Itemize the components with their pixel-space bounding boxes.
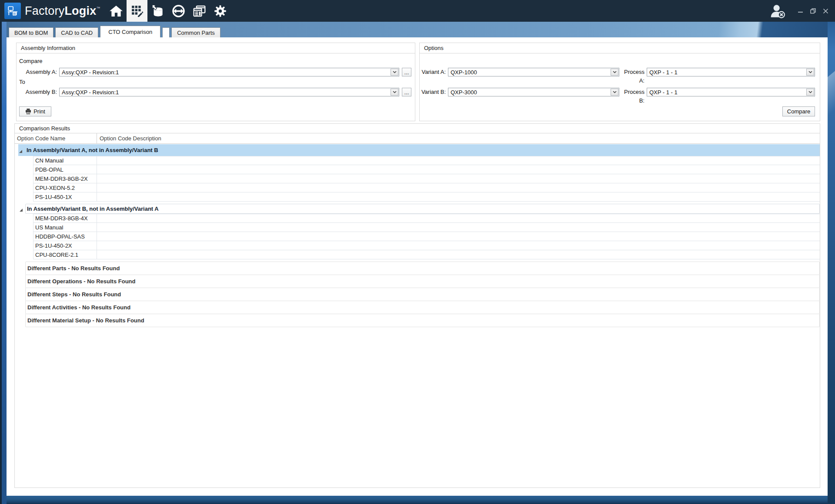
chevron-down-icon[interactable] [806, 89, 814, 96]
section-different-steps[interactable]: Different Steps - No Results Found [25, 288, 820, 301]
option-description-cell[interactable] [97, 214, 820, 223]
collapse-triangle-icon[interactable] [19, 207, 23, 213]
app-logo-icon[interactable] [4, 3, 21, 19]
table-row: PDB-OPAL [33, 165, 820, 174]
option-description-cell[interactable] [97, 165, 820, 174]
compare-label: Compare [19, 57, 42, 66]
restore-button[interactable] [809, 7, 816, 14]
section-different-operations[interactable]: Different Operations - No Results Found [25, 275, 820, 288]
collapse-triangle-icon[interactable] [19, 148, 23, 155]
table-row: PS-1U-450-1X [33, 192, 820, 202]
process-b-value: QXP - 1 - 1 [647, 88, 806, 96]
home-icon[interactable] [106, 0, 127, 22]
column-header-option-code-description[interactable]: Option Code Description [97, 133, 820, 143]
group-label: In Assembly/Variant A, not in Assembly/V… [27, 147, 158, 153]
column-header-option-code-name[interactable]: Option Code Name [15, 133, 97, 143]
table-row: MEM-DDR3-8GB-4X [33, 214, 820, 223]
option-code-cell[interactable]: CPU-XEON-5.2 [33, 183, 97, 192]
group-row-variant-a-not-b[interactable]: In Assembly/Variant A, not in Assembly/V… [18, 144, 820, 156]
tab-cad-to-cad[interactable]: CAD to CAD [55, 27, 98, 37]
tab-bar: BOM to BOM CAD to CAD CTO Comparison Com… [0, 22, 835, 37]
variant-a-combobox[interactable]: QXP-1000 [448, 68, 619, 76]
assembly-b-label: Assembly B: [17, 88, 57, 96]
variant-b-value: QXP-3000 [448, 88, 610, 96]
panel-title: Comparison Results [15, 124, 820, 133]
variant-a-label: Variant A: [420, 68, 446, 76]
chevron-down-icon[interactable] [806, 69, 814, 76]
panel-title: Assembly Information [17, 43, 415, 53]
option-code-cell[interactable]: PDB-OPAL [33, 165, 97, 174]
assembly-a-browse-button[interactable]: ... [402, 68, 411, 76]
settings-gear-icon[interactable] [210, 0, 231, 22]
sync-transfer-icon[interactable] [168, 0, 189, 22]
app-window: FactoryLogix™ [0, 0, 835, 504]
option-description-cell[interactable] [97, 174, 820, 183]
tab-label: CTO Comparison [108, 29, 152, 35]
compare-button[interactable]: Compare [782, 106, 815, 116]
assembly-information-panel: Assembly Information Compare Assembly A:… [16, 43, 415, 121]
tab-bom-to-bom[interactable]: BOM to BOM [9, 27, 53, 37]
option-code-cell[interactable]: US Manual [33, 223, 97, 232]
option-description-cell[interactable] [97, 250, 820, 259]
option-code-cell[interactable]: PS-1U-450-1X [33, 192, 97, 202]
user-offline-icon[interactable] [770, 4, 785, 18]
assembly-b-value: Assy:QXP - Revision:1 [60, 88, 390, 96]
comparison-results-panel: Comparison Results Option Code Name Opti… [14, 123, 820, 488]
section-different-activities[interactable]: Different Activities - No Results Found [25, 301, 820, 314]
print-label: Print [33, 108, 45, 115]
table-row: MEM-DDR3-8GB-2X [33, 174, 820, 183]
option-description-cell[interactable] [97, 156, 820, 165]
tab-blank[interactable] [162, 27, 170, 37]
assembly-b-combobox[interactable]: Assy:QXP - Revision:1 [59, 88, 399, 96]
brand-trademark: ™ [96, 6, 100, 10]
option-code-cell[interactable]: CN Manual [33, 156, 97, 165]
option-description-cell[interactable] [97, 241, 820, 250]
window-frame-left [0, 22, 7, 504]
engineering-grid-icon[interactable] [127, 0, 147, 22]
group-row-variant-b-not-a[interactable]: In Assembly/Variant B, not in Assembly/V… [25, 204, 820, 214]
group-label: In Assembly/Variant B, not in Assembly/V… [27, 206, 159, 212]
table-row: US Manual [33, 223, 820, 232]
documents-icon[interactable] [189, 0, 210, 22]
app-title: FactoryLogix™ [25, 4, 100, 18]
status-bar [7, 496, 828, 504]
options-panel: Options Variant A: QXP-1000 Process A: Q… [419, 43, 820, 121]
titlebar: FactoryLogix™ [0, 0, 835, 22]
process-a-combobox[interactable]: QXP - 1 - 1 [647, 68, 815, 76]
option-code-cell[interactable]: MEM-DDR3-8GB-2X [33, 174, 97, 183]
print-button[interactable]: Print [19, 106, 51, 116]
variant-b-combobox[interactable]: QXP-3000 [448, 88, 619, 96]
process-a-label: Process A: [618, 68, 645, 85]
section-different-material-setup[interactable]: Different Material Setup - No Results Fo… [25, 314, 820, 327]
option-description-cell[interactable] [97, 192, 820, 202]
table-row: CN Manual [33, 156, 820, 165]
assembly-a-value: Assy:QXP - Revision:1 [60, 68, 390, 76]
minimize-button[interactable] [797, 7, 804, 14]
section-different-parts[interactable]: Different Parts - No Results Found [25, 262, 820, 275]
option-code-cell[interactable]: HDDBP-OPAL-SAS [33, 232, 97, 241]
option-code-cell[interactable]: PS-1U-450-2X [33, 241, 97, 250]
option-description-cell[interactable] [97, 183, 820, 192]
assembly-b-browse-button[interactable]: ... [402, 88, 411, 96]
option-code-cell[interactable]: CPU-8CORE-2.1 [33, 250, 97, 259]
chevron-down-icon[interactable] [391, 69, 398, 76]
process-b-combobox[interactable]: QXP - 1 - 1 [647, 88, 815, 96]
table-row: HDDBP-OPAL-SAS [33, 232, 820, 241]
tab-cto-comparison[interactable]: CTO Comparison [100, 26, 160, 37]
process-b-label: Process B: [618, 88, 645, 105]
close-icon[interactable] [822, 7, 829, 14]
database-import-icon[interactable] [147, 0, 168, 22]
printer-icon [25, 109, 31, 114]
option-description-cell[interactable] [97, 223, 820, 232]
titlebar-controls [770, 0, 829, 22]
process-a-value: QXP - 1 - 1 [647, 68, 806, 76]
main-content: Assembly Information Compare Assembly A:… [7, 37, 828, 496]
chevron-down-icon[interactable] [391, 89, 398, 96]
brand-bold: Logix [64, 4, 96, 17]
option-code-cell[interactable]: MEM-DDR3-8GB-4X [33, 214, 97, 223]
option-description-cell[interactable] [97, 232, 820, 241]
assembly-a-label: Assembly A: [17, 68, 57, 76]
tab-common-parts[interactable]: Common Parts [171, 27, 220, 37]
assembly-a-combobox[interactable]: Assy:QXP - Revision:1 [59, 68, 399, 76]
brand-light: Factory [25, 4, 64, 17]
